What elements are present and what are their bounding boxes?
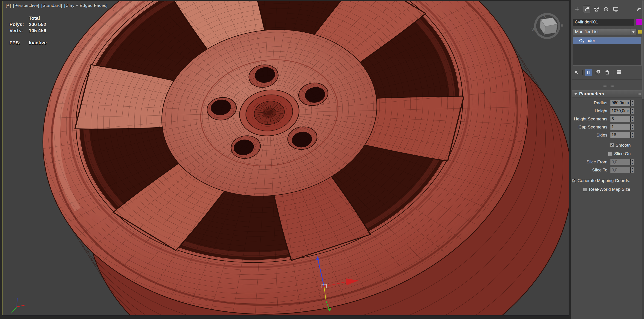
generate-mapping-coords-row: Generate Mapping Coords. xyxy=(571,176,644,185)
hierarchy-icon xyxy=(594,6,600,12)
slice-on-row: Slice On xyxy=(571,149,644,158)
object-name-field[interactable] xyxy=(573,19,634,25)
slice-from-field[interactable] xyxy=(610,159,630,165)
command-panel: Modifier List Cylinder xyxy=(571,0,644,319)
pin-icon xyxy=(574,70,579,75)
rollout-expanded-icon xyxy=(574,93,577,96)
stats-total-header: Total xyxy=(29,15,40,21)
modifier-list-label: Modifier List xyxy=(573,29,630,34)
height-row: Height: ▲▼ xyxy=(571,107,644,115)
stack-toolbar xyxy=(573,68,642,76)
viewport-shading-menu[interactable]: [Clay + Edged Faces] xyxy=(64,3,108,8)
make-unique-icon xyxy=(595,70,600,75)
wheel-model[interactable] xyxy=(2,1,569,315)
stats-fps-value: Inactive xyxy=(29,39,47,46)
slice-to-row: Slice To: ▲▼ xyxy=(571,166,644,174)
slice-to-spinner[interactable]: ▲▼ xyxy=(630,167,634,173)
sides-label: Sides: xyxy=(571,133,610,138)
cap-segments-field[interactable] xyxy=(610,124,630,130)
cap-segments-row: Cap Segments: ▲▼ xyxy=(571,123,644,131)
object-name-row xyxy=(573,18,642,26)
generate-mapping-coords-checkbox[interactable] xyxy=(572,179,576,183)
parameters-rollout-header[interactable]: Parameters xyxy=(572,90,643,97)
configure-sets-icon xyxy=(616,70,622,75)
modifier-list-row: Modifier List xyxy=(573,28,642,35)
viewcube[interactable]: S W E xyxy=(532,14,563,38)
height-segments-field[interactable] xyxy=(610,116,630,122)
height-segments-row: Height Segments: ▲▼ xyxy=(571,115,644,123)
chevron-down-icon xyxy=(630,28,636,35)
stats-fps-label: FPS: xyxy=(10,39,29,46)
real-world-map-size-checkbox[interactable] xyxy=(583,187,587,191)
motion-tab[interactable] xyxy=(602,5,610,13)
3dsmax-window: S W E [+] [Perspective] [Standard] [Clay… xyxy=(0,0,644,319)
show-end-result-button[interactable] xyxy=(585,69,592,76)
stats-spacer xyxy=(10,15,29,21)
modifier-stack[interactable]: Cylinder xyxy=(573,37,642,66)
world-axis-tripod xyxy=(11,298,26,313)
smooth-label: Smooth xyxy=(616,143,631,148)
utilities-icon xyxy=(636,6,642,12)
viewport-scene: S W E xyxy=(2,1,569,315)
real-world-map-size-row: Real-World Map Size xyxy=(571,185,644,194)
cap-segments-label: Cap Segments: xyxy=(571,125,610,130)
viewcube-south-label: S xyxy=(544,15,546,19)
display-tab[interactable] xyxy=(612,5,620,13)
cap-segments-spinner[interactable]: ▲▼ xyxy=(630,124,634,130)
viewcube-west-label: W xyxy=(532,28,535,32)
rollout-resize-grip[interactable] xyxy=(601,85,614,87)
stats-polys-value: 206 552 xyxy=(29,21,46,27)
hierarchy-tab[interactable] xyxy=(593,5,600,13)
object-color-swatch[interactable] xyxy=(636,19,642,25)
slice-on-checkbox[interactable] xyxy=(608,152,612,156)
slice-from-label: Slice From: xyxy=(571,159,610,165)
panel-scrollbar[interactable] xyxy=(642,0,644,319)
viewport-render-preset-menu[interactable]: [Standard] xyxy=(41,3,62,8)
slice-from-spinner[interactable]: ▲▼ xyxy=(630,159,634,165)
radius-field[interactable] xyxy=(610,100,630,106)
viewport-pov-menu[interactable]: [Perspective] xyxy=(13,3,39,8)
display-icon xyxy=(613,6,619,12)
slice-on-label: Slice On xyxy=(614,151,631,156)
modifier-presets-icon[interactable] xyxy=(638,30,642,34)
height-segments-spinner[interactable]: ▲▼ xyxy=(630,116,634,122)
modifier-list-dropdown[interactable]: Modifier List xyxy=(573,28,636,35)
height-spinner[interactable]: ▲▼ xyxy=(630,108,634,114)
smooth-row: Smooth xyxy=(571,141,644,149)
height-segments-label: Height Segments: xyxy=(571,116,610,122)
panel-separator xyxy=(572,79,643,80)
sides-field[interactable] xyxy=(610,132,630,138)
trash-icon xyxy=(604,70,610,75)
remove-modifier-button[interactable] xyxy=(604,69,611,76)
pin-stack-button[interactable] xyxy=(573,69,580,76)
modify-icon xyxy=(584,6,590,12)
sides-spinner[interactable]: ▲▼ xyxy=(630,132,634,138)
smooth-checkbox[interactable] xyxy=(610,143,614,147)
stats-verts-label: Verts: xyxy=(10,27,29,33)
height-label: Height: xyxy=(571,108,610,113)
panel-scrollbar-thumb[interactable] xyxy=(642,0,644,99)
stats-polys-label: Polys: xyxy=(10,21,29,27)
stats-verts-value: 105 456 xyxy=(29,27,46,33)
generate-mapping-coords-label: Generate Mapping Coords. xyxy=(578,178,630,183)
toolbar-separator xyxy=(582,70,582,75)
radius-row: Radius: ▲▼ xyxy=(571,99,644,107)
modify-tab[interactable] xyxy=(583,5,590,13)
sides-row: Sides: ▲▼ xyxy=(571,131,644,139)
create-icon xyxy=(574,6,580,12)
utilities-tab[interactable] xyxy=(635,5,642,13)
radius-spinner[interactable]: ▲▼ xyxy=(630,100,634,106)
slice-to-field[interactable] xyxy=(610,167,630,173)
show-end-result-icon xyxy=(586,70,591,75)
perspective-viewport[interactable]: S W E [+] [Perspective] [Standard] [Clay… xyxy=(2,1,569,315)
configure-modifier-sets-button[interactable] xyxy=(615,69,622,76)
viewport-general-menu[interactable]: [+] xyxy=(6,3,11,8)
height-field[interactable] xyxy=(610,108,630,114)
stack-item-cylinder[interactable]: Cylinder xyxy=(573,37,641,44)
make-unique-button[interactable] xyxy=(594,69,602,76)
rollout-title: Parameters xyxy=(579,91,604,96)
viewport-label: [+] [Perspective] [Standard] [Clay + Edg… xyxy=(6,3,108,8)
create-tab[interactable] xyxy=(574,5,581,13)
viewport-statistics: Total Polys: 206 552 Verts: 105 456 FPS:… xyxy=(10,15,47,46)
viewcube-east-label: E xyxy=(560,24,563,27)
